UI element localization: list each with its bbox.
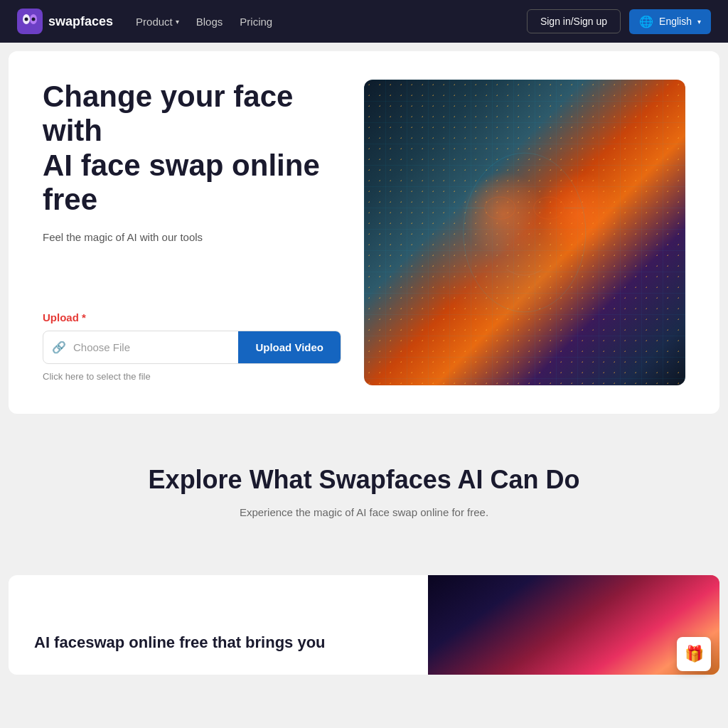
logo-link[interactable]: swapfaces — [17, 9, 113, 34]
navbar: swapfaces Product ▾ Blogs Pricing Sign i… — [0, 0, 728, 43]
upload-input-inner[interactable]: 🔗 Choose File — [43, 341, 238, 354]
card-right-overlay — [428, 575, 719, 675]
hero-left: Change your face with AI face swap onlin… — [43, 80, 341, 382]
hero-subtitle: Feel the magic of AI with our tools — [43, 231, 341, 243]
click-hint: Click here to select the file — [43, 371, 341, 382]
cards-section: AI faceswap online free that brings you — [9, 575, 719, 675]
nav-product[interactable]: Product ▾ — [136, 16, 179, 28]
nav-pricing[interactable]: Pricing — [240, 16, 272, 28]
hero-image-placeholder — [364, 80, 685, 385]
upload-input-row[interactable]: 🔗 Choose File Upload Video — [43, 331, 341, 364]
chevron-down-icon: ▾ — [176, 18, 179, 26]
card-left: AI faceswap online free that brings you — [9, 575, 428, 675]
language-button[interactable]: 🌐 English ▾ — [629, 9, 711, 34]
globe-icon: 🌐 — [639, 15, 653, 28]
explore-title: Explore What Swapfaces AI Can Do — [17, 465, 711, 495]
svg-point-3 — [25, 18, 28, 21]
card-left-title: AI faceswap online free that brings you — [34, 633, 402, 652]
nav-links: Product ▾ Blogs Pricing — [136, 16, 504, 28]
card-right-image — [428, 575, 719, 675]
svg-rect-0 — [17, 9, 43, 34]
hero-image — [364, 80, 685, 385]
face-svg-overlay — [396, 110, 653, 355]
choose-file-text: Choose File — [73, 341, 130, 353]
logo-icon — [17, 9, 43, 34]
hero-section: Change your face with AI face swap onlin… — [9, 51, 719, 414]
explore-section: Explore What Swapfaces AI Can Do Experie… — [0, 422, 728, 575]
upload-label: Upload * — [43, 311, 341, 323]
signin-button[interactable]: Sign in/Sign up — [527, 9, 621, 33]
gift-icon: 🎁 — [685, 645, 704, 663]
svg-point-7 — [534, 197, 564, 219]
hero-title: Change your face with AI face swap onlin… — [43, 80, 341, 217]
nav-blogs[interactable]: Blogs — [196, 16, 223, 28]
explore-subtitle: Experience the magic of AI face swap onl… — [17, 506, 711, 518]
svg-point-6 — [485, 197, 515, 219]
upload-video-button[interactable]: Upload Video — [238, 331, 341, 363]
nav-right: Sign in/Sign up 🌐 English ▾ — [527, 9, 711, 34]
link-icon: 🔗 — [52, 341, 66, 354]
svg-point-5 — [464, 153, 586, 312]
logo-text: swapfaces — [48, 14, 113, 29]
lang-dropdown-arrow: ▾ — [697, 18, 701, 26]
svg-point-4 — [32, 18, 36, 21]
gift-button[interactable]: 🎁 — [677, 637, 711, 671]
